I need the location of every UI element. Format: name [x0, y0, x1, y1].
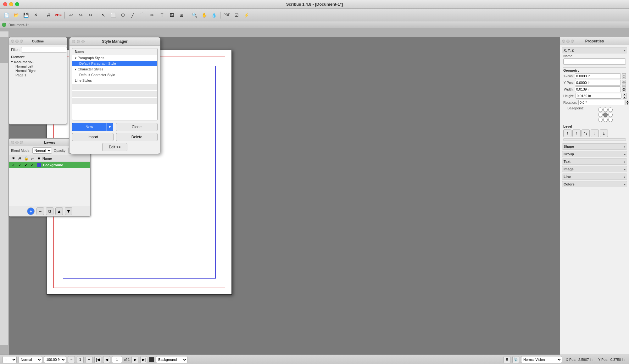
character-styles-group[interactable]: ▾ Character Styles [72, 66, 157, 72]
line-button[interactable]: ╱ [128, 11, 137, 19]
xyz-header[interactable]: X, Y, Z ▸ [562, 47, 627, 53]
text-frame-button[interactable]: T [158, 11, 166, 19]
sm-min-btn[interactable] [77, 40, 80, 43]
antenna-button[interactable]: 📡 [512, 356, 519, 363]
xpos-input[interactable] [575, 73, 621, 79]
redo-button[interactable]: ↪ [76, 11, 85, 19]
image-frame-button[interactable]: 🖼 [167, 11, 176, 19]
vision-mode-select[interactable]: Normal Vision [521, 356, 562, 363]
rotation-up[interactable]: ▲ [626, 100, 629, 102]
prev-page-button[interactable]: ◀ [103, 356, 110, 363]
bp-mr[interactable] [608, 113, 613, 117]
level-lower-button[interactable]: ↓ [591, 130, 599, 137]
width-up[interactable]: ▲ [622, 86, 626, 89]
pan-button[interactable]: ✋ [200, 11, 209, 19]
blend-mode-select[interactable]: Normal [32, 147, 52, 154]
shape-header[interactable]: Shape ▸ [562, 143, 627, 150]
bp-bl[interactable] [598, 118, 603, 122]
name-input[interactable] [563, 58, 626, 65]
outline-item-page1[interactable]: Page 1 [11, 73, 65, 77]
width-down[interactable]: ▼ [622, 89, 626, 92]
pdf-field-button[interactable]: PDF [222, 11, 231, 19]
image-header[interactable]: Image ▸ [562, 166, 627, 172]
xpos-up[interactable]: ▲ [622, 73, 626, 76]
delete-button[interactable]: Delete [116, 133, 158, 141]
cut-button[interactable]: ✂ [86, 11, 95, 19]
clone-button[interactable]: Clone [116, 123, 158, 131]
layers-min-btn[interactable] [15, 141, 19, 144]
edit-button[interactable]: Edit >> [102, 143, 127, 151]
zoom-select[interactable]: 100.00 % [44, 356, 66, 363]
sm-max-btn[interactable] [81, 40, 85, 43]
outline-item-normal-left[interactable]: Normal Left [11, 64, 65, 69]
line-header[interactable]: Line ▸ [562, 174, 627, 180]
xpos-down[interactable]: ▼ [622, 76, 626, 79]
zoom-in-button[interactable]: + [86, 356, 92, 363]
last-page-button[interactable]: ▶| [140, 356, 147, 363]
bezier-button[interactable]: ⌒ [138, 11, 147, 19]
next-page-button[interactable]: ▶ [131, 356, 138, 363]
layer-select[interactable]: Background [156, 356, 187, 363]
export-pdf-button[interactable]: PDF [54, 11, 63, 19]
group-header[interactable]: Group ▸ [562, 151, 627, 157]
polygon-button[interactable]: ⬡ [119, 11, 127, 19]
layer-flow-icon[interactable]: ✓ [30, 163, 35, 168]
layer-eye-icon[interactable]: ✓ [11, 163, 16, 168]
layers-max-btn[interactable] [20, 141, 23, 144]
layers-close-btn[interactable] [11, 141, 14, 144]
outline-max-btn[interactable] [20, 40, 23, 43]
colors-header[interactable]: Colors ▸ [562, 181, 627, 187]
height-down[interactable]: ▼ [623, 96, 626, 99]
rotation-down[interactable]: ▼ [626, 102, 629, 105]
open-button[interactable]: 📂 [12, 11, 20, 19]
document-tab[interactable]: Document-1* [8, 23, 30, 27]
pdf-checkbox-button[interactable]: ☑ [232, 11, 241, 19]
filter-input[interactable] [21, 47, 67, 52]
layer-lock-icon[interactable]: ✓ [24, 163, 29, 168]
height-up[interactable]: ▲ [623, 93, 626, 96]
rotation-input[interactable] [578, 100, 624, 105]
sm-close-btn[interactable] [72, 40, 75, 43]
close-window-button[interactable] [3, 2, 7, 6]
line-styles-group[interactable]: Line Styles [72, 78, 157, 83]
layer-print-icon[interactable]: ✓ [17, 163, 22, 168]
new-style-button[interactable]: New [72, 123, 106, 131]
outline-root[interactable]: ▾ Document-1 [11, 59, 65, 64]
delete-layer-button[interactable]: − [36, 207, 44, 215]
bp-mc[interactable] [603, 113, 608, 117]
ypos-up[interactable]: ▲ [622, 80, 626, 83]
undo-button[interactable]: ↩ [67, 11, 75, 19]
script-button[interactable]: ⚡ [242, 11, 251, 19]
default-character-style-item[interactable]: Default Character Style [72, 72, 157, 78]
view-toggle-button[interactable]: ⊞ [504, 356, 510, 363]
default-paragraph-style-item[interactable]: Default Paragraph Style [72, 61, 157, 66]
pp-max-btn[interactable] [571, 40, 574, 43]
bp-tc[interactable] [603, 108, 608, 112]
new-button[interactable]: 📄 [2, 11, 11, 19]
view-mode-select[interactable]: Normal [19, 356, 42, 363]
bp-tr[interactable] [608, 108, 613, 112]
table-button[interactable]: ⊞ [177, 11, 186, 19]
import-button[interactable]: Import [72, 133, 114, 141]
level-raise-button[interactable]: ↑ [572, 130, 581, 137]
print-button[interactable]: 🖨 [44, 11, 53, 19]
unit-select[interactable]: in mm pt [3, 356, 17, 363]
new-dropdown-button[interactable]: ▾ [106, 123, 113, 131]
outline-item-normal-right[interactable]: Normal Right [11, 69, 65, 73]
width-input[interactable] [575, 86, 621, 92]
ypos-down[interactable]: ▼ [622, 83, 626, 85]
level-top-button[interactable]: ⤒ [563, 130, 571, 137]
first-page-button[interactable]: |◀ [94, 356, 101, 363]
style-list[interactable]: Name ▾ Paragraph Styles Default Paragrap… [72, 48, 158, 120]
close-doc-button[interactable]: ✕ [31, 11, 40, 19]
select-button[interactable]: ↖ [99, 11, 108, 19]
height-input[interactable] [576, 93, 621, 99]
bp-ml[interactable] [598, 113, 603, 117]
outline-close-btn[interactable] [11, 40, 14, 43]
freehand-button[interactable]: ✏ [148, 11, 157, 19]
add-layer-button[interactable]: + [27, 207, 35, 215]
maximize-window-button[interactable] [15, 2, 19, 6]
minimize-window-button[interactable] [9, 2, 13, 6]
bp-tl[interactable] [598, 108, 603, 112]
paragraph-styles-group[interactable]: ▾ Paragraph Styles [72, 55, 157, 61]
